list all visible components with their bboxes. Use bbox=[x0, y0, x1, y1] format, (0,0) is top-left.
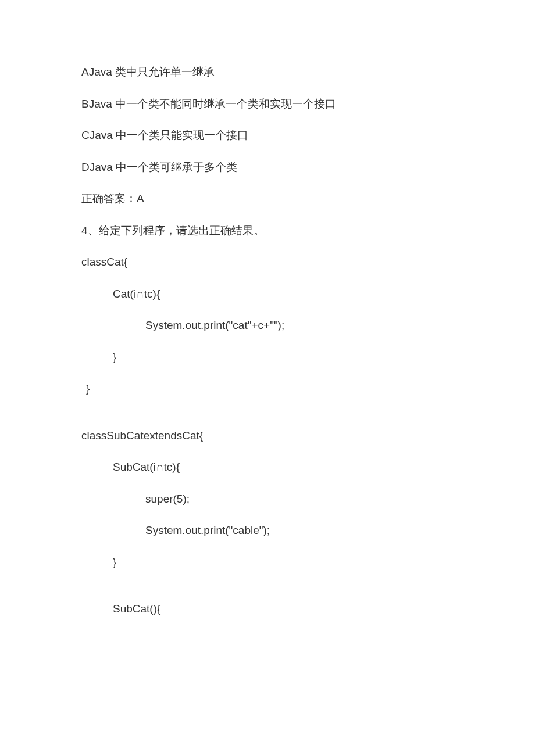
option-c: CJava 中一个类只能实现一个接口 bbox=[81, 127, 454, 144]
option-d: DJava 中一个类可继承于多个类 bbox=[81, 159, 454, 176]
code-line: classCat{ bbox=[81, 254, 454, 271]
option-b: BJava 中一个类不能同时继承一个类和实现一个接口 bbox=[81, 96, 454, 113]
question-4: 4、给定下列程序，请选出正确结果。 bbox=[81, 223, 454, 239]
code-line: System.out.print("cable"); bbox=[81, 522, 454, 539]
code-line: } bbox=[81, 381, 454, 397]
option-a: AJava 类中只允许单一继承 bbox=[81, 64, 454, 81]
code-line: } bbox=[81, 349, 454, 366]
correct-answer: 正确答案：A bbox=[81, 191, 454, 207]
code-line: Cat(i∩tc){ bbox=[81, 286, 454, 303]
code-line: SubCat(i∩tc){ bbox=[81, 459, 454, 476]
code-line: classSubCatextendsCat{ bbox=[81, 428, 454, 445]
code-line: } bbox=[81, 554, 454, 571]
code-line: System.out.print("cat"+c+""); bbox=[81, 317, 454, 334]
code-line: super(5); bbox=[81, 491, 454, 508]
code-line: SubCat(){ bbox=[81, 601, 454, 618]
